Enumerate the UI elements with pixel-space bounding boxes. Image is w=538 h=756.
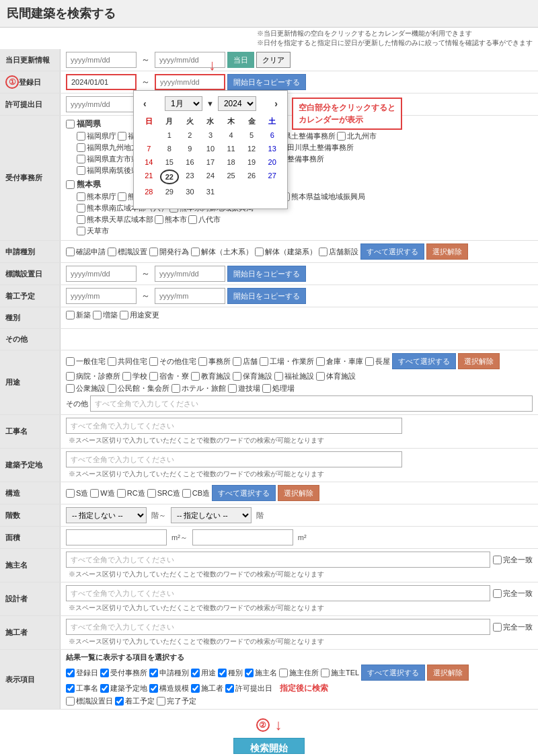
cal-day-2[interactable]: 2: [180, 129, 200, 141]
cb-hotel[interactable]: ホテル・旅館: [171, 383, 226, 393]
cal-day-4[interactable]: 4: [221, 129, 241, 141]
cal-day-25[interactable]: 25: [221, 169, 241, 184]
cal-day-14[interactable]: 14: [139, 156, 159, 168]
sekosha-exact-match[interactable]: 完全一致 完全一致: [493, 555, 533, 565]
disp-착공-yotei[interactable]: 着工予定: [115, 696, 155, 706]
yoto-sonota-input[interactable]: [90, 395, 533, 412]
cal-month-select[interactable]: 1月2月3月4月 5月6月7月8月 9月10月11月12月: [165, 96, 202, 111]
cal-day-28[interactable]: 28: [139, 186, 159, 198]
kaisuu-from-select[interactable]: -- 指定しない --: [66, 507, 147, 523]
cal-prev[interactable]: ‹: [139, 97, 151, 110]
cb-kominkan[interactable]: 公民館・集会所: [108, 383, 169, 393]
search-button[interactable]: 検索開始: [233, 738, 305, 754]
cb-byoin[interactable]: 病院・診療所: [66, 371, 120, 381]
disp-sekosha-name[interactable]: 施主名: [245, 668, 277, 678]
disp-shinsei[interactable]: 申請種別: [149, 668, 189, 678]
today-button[interactable]: 当日: [227, 52, 254, 68]
cb-kyoiku[interactable]: 教育施設: [191, 371, 231, 381]
cal-day-12[interactable]: 12: [242, 143, 262, 155]
cal-day-11[interactable]: 11: [221, 143, 241, 155]
disp-kenchiku-yotei[interactable]: 建築予定地: [100, 683, 147, 693]
cb-rc-zoe[interactable]: RC造: [117, 488, 145, 498]
disp-toroku[interactable]: 登録日: [66, 668, 98, 678]
kozo-select-all-btn[interactable]: すべて選択する: [212, 485, 276, 501]
office-kumamotoshi[interactable]: 熊本市: [155, 215, 187, 225]
cal-day-26[interactable]: 26: [242, 169, 262, 184]
cal-day-13[interactable]: 13: [262, 143, 282, 155]
cb-ippan-jutaku[interactable]: 一般住宅: [66, 356, 106, 367]
cal-day-9[interactable]: 9: [180, 143, 200, 155]
착공-copy-btn[interactable]: 開始日をコピーする: [227, 288, 306, 304]
disp-yoto[interactable]: 用途: [191, 668, 216, 678]
copy-date-button[interactable]: 開始日をコピーする: [227, 74, 306, 90]
office-kumamoto-amakusa[interactable]: 熊本県天草広域本部: [77, 215, 153, 225]
registration-date-to[interactable]: [155, 74, 225, 90]
hyoshiki-copy-btn[interactable]: 開始日をコピーする: [227, 266, 306, 282]
cb-zouchiku[interactable]: 増築: [93, 310, 118, 320]
today-update-from[interactable]: [66, 52, 137, 68]
cb-kojo[interactable]: 工場・作業所: [260, 356, 314, 367]
disp-kanryo-yotei[interactable]: 完了予定: [157, 696, 196, 706]
display-select-all-btn[interactable]: すべて選択する: [361, 665, 425, 681]
cal-day-29[interactable]: 29: [160, 186, 180, 198]
kojigyosha-exact-match[interactable]: 完全一致: [493, 622, 533, 632]
cb-jimusho[interactable]: 事務所: [198, 356, 231, 367]
disp-shubetsu[interactable]: 種別: [218, 668, 243, 678]
cb-shukusha[interactable]: 宿舎・寮: [149, 371, 189, 381]
kojigyosha-input[interactable]: [66, 619, 490, 635]
sekkei-input[interactable]: [66, 585, 490, 601]
cb-shoriba[interactable]: 処理場: [262, 383, 295, 393]
cal-day-24[interactable]: 24: [201, 169, 221, 184]
shinsei-deselect-btn[interactable]: 選択解除: [426, 243, 468, 260]
cal-day-19[interactable]: 19: [242, 156, 262, 168]
cb-s-zoe[interactable]: S造: [66, 488, 88, 498]
shinsei-select-all-btn[interactable]: すべて選択する: [360, 243, 424, 260]
sekkei-exact-match[interactable]: 完全一致: [493, 589, 533, 599]
cal-day-20[interactable]: 20: [262, 156, 282, 168]
cb-w-zoe[interactable]: W造: [90, 488, 114, 498]
registration-date-from[interactable]: [66, 74, 137, 90]
cb-hyoshiki[interactable]: 標識設置: [108, 247, 147, 257]
cal-day-30[interactable]: 30: [180, 186, 200, 198]
hyoshiki-date-from[interactable]: [66, 266, 137, 282]
hyoshiki-date-to[interactable]: [155, 266, 225, 282]
cb-tenpo[interactable]: 店舗: [233, 356, 258, 367]
disp-kyoka-teishutsu[interactable]: 許可提出日: [225, 683, 272, 693]
disp-kozo-kibo[interactable]: 構造規模: [149, 683, 189, 693]
cb-nagaya[interactable]: 長屋: [365, 356, 390, 367]
착공-to[interactable]: [155, 288, 225, 304]
menseki-from[interactable]: [66, 529, 167, 545]
disp-hyoshiki[interactable]: 標識設置日: [66, 696, 113, 706]
menseki-to[interactable]: [192, 529, 293, 545]
cal-day-1[interactable]: 1: [160, 129, 180, 141]
cb-shinchiku[interactable]: 新築: [66, 310, 91, 320]
cal-day-10[interactable]: 10: [201, 143, 221, 155]
cal-day-6[interactable]: 6: [262, 129, 282, 141]
cb-tenpo-shinsetsu[interactable]: 店舗新設: [319, 247, 358, 257]
cb-sonota-jutaku[interactable]: その他住宅: [149, 356, 196, 367]
cb-yoto-henkou[interactable]: 用途変更: [120, 310, 159, 320]
kenchiku-yotei-input[interactable]: [66, 451, 402, 467]
cal-day-18[interactable]: 18: [221, 156, 241, 168]
sekosha-mei-input[interactable]: [66, 552, 490, 568]
disp-uketsuke[interactable]: 受付事務所: [100, 668, 147, 678]
clear-button[interactable]: クリア: [256, 52, 291, 68]
disp-sekosha-tel[interactable]: 施主TEL: [321, 668, 359, 678]
kozo-deselect-btn[interactable]: 選択解除: [278, 485, 319, 501]
cal-day-31[interactable]: 31: [201, 186, 221, 198]
cal-day-8[interactable]: 8: [160, 143, 180, 155]
office-amakusa[interactable]: 天草市: [77, 226, 109, 236]
cb-gakko[interactable]: 学校: [122, 371, 147, 381]
cb-yugijou[interactable]: 遊技場: [228, 383, 260, 393]
cal-day-21[interactable]: 21: [139, 169, 159, 184]
fukuoka-main-checkbox[interactable]: [66, 120, 75, 128]
cb-souko[interactable]: 倉庫・車庫: [316, 356, 363, 367]
cal-day-5[interactable]: 5: [242, 129, 262, 141]
cal-day-16[interactable]: 16: [180, 156, 200, 168]
cb-kyodo-jutaku[interactable]: 共同住宅: [108, 356, 147, 367]
cb-kaihatsu[interactable]: 開発行為: [149, 247, 189, 257]
kumamoto-main-checkbox[interactable]: [66, 180, 75, 189]
cb-kakunin[interactable]: 確認申請: [66, 247, 106, 257]
cal-day-22[interactable]: 22: [160, 169, 180, 184]
office-kumamotoken[interactable]: 熊本県庁: [77, 192, 116, 202]
